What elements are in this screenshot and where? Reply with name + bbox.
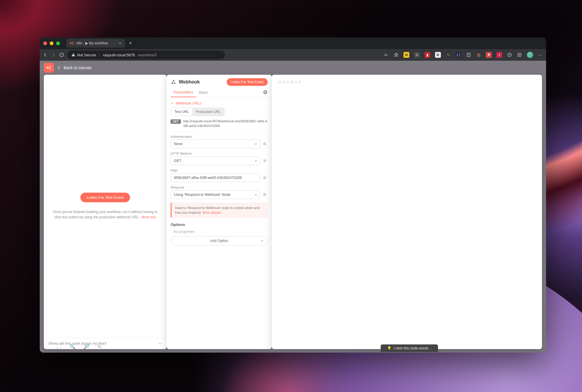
collections-icon[interactable] [517,52,522,58]
security-label: Not Secure [77,53,96,57]
extension-icon[interactable] [414,52,420,58]
test-url-tab[interactable]: Test URL [171,108,192,116]
svg-point-8 [47,67,48,69]
svg-point-20 [264,177,265,177]
listen-for-test-event-button[interactable]: Listen For Test Event [80,193,130,202]
svg-point-22 [264,179,265,179]
extension-icon[interactable]: ✎ [446,52,451,58]
production-url-tab[interactable]: Production URL [192,108,224,116]
field-options-icon[interactable] [262,158,268,163]
minimize-window-button[interactable] [50,41,53,45]
config-tabs: Parameters Docs [167,88,272,97]
profile-avatar[interactable] [527,52,533,58]
svg-point-24 [264,194,265,195]
webhook-url-display[interactable]: GET http://rasputin.local:5678/webhook-t… [171,119,268,131]
path-label: Path [171,169,268,172]
browser-tab[interactable]: n8n - ▶ My workflow × [66,39,125,48]
svg-point-9 [50,66,51,67]
http-method-label: HTTP Method [171,152,268,155]
extension-icon[interactable]: M [403,52,409,58]
node-title: Webhook [171,79,200,85]
svg-rect-4 [73,55,73,56]
tab-parameters[interactable]: Parameters [171,88,196,97]
browser-toolbar: Not Secure | rasputin.local:5678/workflo… [40,49,546,61]
svg-point-23 [264,194,265,194]
svg-point-19 [264,162,265,162]
field-options-icon[interactable] [262,192,268,197]
path-input[interactable]: 955b3697-af0a-439f-ae03-b3b302470269 [171,173,260,182]
field-options-icon[interactable] [262,175,268,180]
browser-menu-button[interactable]: ⋯ [538,52,543,58]
svg-point-16 [264,145,265,145]
listen-for-test-event-button-small[interactable]: Listen For Test Event [227,78,268,86]
chevron-down-icon: ▾ [255,142,257,146]
node-settings-button[interactable] [263,90,268,95]
webhook-urls-toggle[interactable]: Webhook URLs [171,101,268,105]
security-warning: Not Secure [71,53,96,57]
webhook-url-value: http://rasputin.local:5678/webhook-test/… [183,119,268,128]
nav-forward-button[interactable] [51,52,56,58]
tab-title: n8n - ▶ My workflow [76,41,108,45]
svg-point-25 [264,196,265,196]
zoom-out-icon[interactable]: 🔎 [84,344,89,349]
extension-icon[interactable]: ▮ [425,52,430,58]
favorite-icon[interactable] [394,52,399,58]
url-mode-switch: Test URL Production URL [171,108,224,116]
http-method-pill: GET [171,119,181,124]
extension-icon[interactable]: { } [455,52,461,58]
chevron-down-icon: ▾ [255,193,257,197]
authentication-label: Authentication [171,135,268,138]
read-aloud-icon[interactable]: A» [384,52,389,58]
node-config-panel: Webhook Listen For Test Event Parameters… [167,75,272,349]
app-topbar: Back to canvas [40,61,546,75]
new-tab-button[interactable]: + [127,40,134,46]
zoom-in-icon[interactable]: 🔍 [70,344,75,349]
page-content: Back to canvas Listen For Test Event Onc… [40,61,546,353]
more-info-link[interactable]: More info [141,215,156,219]
input-panel: Listen For Test Event Once you've finish… [44,75,167,349]
http-method-select[interactable]: GET ▾ [171,156,260,165]
chevron-down-icon: ▾ [255,159,257,163]
browser-window: n8n - ▶ My workflow × + Not Secure | ras… [40,37,546,353]
webhook-icon [171,79,176,85]
extension-icon[interactable] [496,52,502,58]
more-details-link[interactable]: More details [202,211,221,214]
pocket-icon[interactable] [466,52,471,58]
url-host: rasputin.local:5678 [103,53,135,57]
svg-point-21 [264,177,265,178]
respond-label: Respond [171,186,268,189]
svg-point-15 [264,144,265,144]
maximize-window-button[interactable] [56,41,60,45]
address-bar[interactable]: Not Secure | rasputin.local:5678/workflo… [67,50,225,59]
extension-icon[interactable]: ⊘ [476,52,481,58]
back-to-canvas-link[interactable]: Back to canvas [57,65,91,70]
feedback-text: I wish this node would… [394,346,432,350]
authentication-select[interactable]: None ▾ [171,140,260,148]
respond-select[interactable]: Using 'Respond to Webhook' Node ▾ [171,190,260,199]
close-tab-button[interactable]: × [119,41,121,46]
input-help-text: Once you've finished building your workf… [50,209,160,220]
svg-rect-3 [73,54,73,55]
output-heading: OUTPUT [272,75,542,90]
output-panel: OUTPUT [272,75,542,349]
tab-docs[interactable]: Docs [196,88,211,97]
close-window-button[interactable] [43,41,47,45]
lightbulb-icon: 💡 [387,346,392,350]
reload-button[interactable] [59,52,64,58]
toolbar-right: A» M ▮ R ✎ { } ⊘ [384,52,543,58]
chevron-down-icon [158,342,162,346]
field-options-icon[interactable] [262,142,268,146]
node-feedback-prompt[interactable]: 💡 I wish this node would… [381,344,438,352]
nav-back-button[interactable] [43,52,48,58]
extension-icon[interactable] [486,52,492,58]
extensions-menu-icon[interactable] [507,52,512,58]
canvas-toolbar: ⛶ 🔍 🔎 ↻ [57,344,101,349]
no-properties-label: No properties [174,230,268,234]
add-option-button[interactable]: Add Option ▾ [171,236,268,245]
extension-icon[interactable]: R [435,52,441,58]
fit-view-icon[interactable]: ⛶ [57,344,61,349]
options-heading: Options [171,222,268,227]
reset-icon[interactable]: ↻ [98,344,101,349]
svg-point-18 [264,161,265,161]
chevron-down-icon: ▾ [261,239,263,243]
